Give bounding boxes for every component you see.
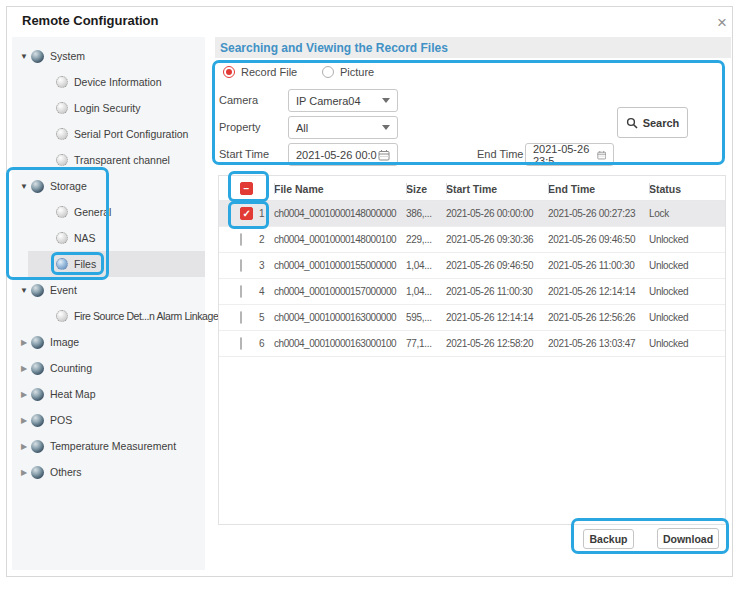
start-time-input[interactable]: 2021-05-26 00:0	[288, 143, 398, 166]
sidebar-item-label: POS	[50, 414, 72, 426]
end-time-value: 2021-05-26 23:5	[533, 143, 597, 167]
camera-value: IP Camera04	[296, 95, 361, 107]
property-select[interactable]: All	[288, 116, 398, 139]
sidebar-item-label: Heat Map	[50, 388, 96, 400]
table-row[interactable]: 3 ch0004_00010000155000000 1,04... 2021-…	[219, 253, 725, 279]
table-row[interactable]: 2 ch0004_00010000148000100 229,... 2021-…	[219, 227, 725, 253]
gear-icon	[56, 76, 68, 88]
row-checkbox[interactable]	[240, 259, 242, 272]
sidebar-item-nas[interactable]: NAS	[12, 225, 205, 251]
file-name-cell: ch0004_00010000163000100	[274, 338, 406, 349]
download-button[interactable]: Download	[657, 528, 719, 549]
sidebar-item-label: System	[50, 50, 85, 62]
chevron-down-icon[interactable]	[382, 98, 390, 103]
column-status[interactable]: Status	[649, 176, 725, 201]
chevron-right-icon[interactable]: ▶	[17, 416, 31, 425]
column-end-time[interactable]: End Time	[548, 176, 649, 201]
chevron-down-icon[interactable]	[382, 125, 390, 130]
camera-select[interactable]: IP Camera04	[288, 89, 398, 112]
picture-radio[interactable]: Picture	[322, 66, 374, 78]
backup-button[interactable]: Backup	[583, 529, 634, 549]
sidebar-item-fire-source-detection-alarm-linkage[interactable]: Fire Source Det...n Alarm Linkage	[12, 303, 205, 329]
sidebar-item-pos[interactable]: ▶ POS	[12, 407, 205, 433]
chevron-down-icon[interactable]: ▼	[17, 286, 31, 295]
gear-icon	[56, 232, 68, 244]
start-time-cell: 2021-05-26 12:14:14	[446, 312, 548, 323]
start-time-value: 2021-05-26 00:0	[296, 149, 377, 161]
category-globe-icon	[31, 388, 44, 401]
row-checkbox[interactable]	[240, 311, 242, 324]
chevron-down-icon[interactable]: ▼	[17, 182, 31, 191]
search-button-label: Search	[643, 117, 680, 129]
close-icon[interactable]: ×	[710, 11, 734, 35]
sidebar-item-storage[interactable]: ▼ Storage	[12, 173, 205, 199]
column-size[interactable]: Size	[406, 176, 446, 201]
sidebar-item-heat-map[interactable]: ▶ Heat Map	[12, 381, 205, 407]
download-button-label: Download	[663, 533, 713, 545]
sidebar-item-image[interactable]: ▶ Image	[12, 329, 205, 355]
sidebar-item-serial-port-configuration[interactable]: Serial Port Configuration	[12, 121, 205, 147]
category-globe-icon	[31, 440, 44, 453]
search-button[interactable]: Search	[617, 107, 688, 138]
status-cell: Unlocked	[649, 286, 725, 297]
record-files-table: − File Name Size Start Time End Time Sta…	[218, 175, 726, 525]
gear-icon	[56, 258, 68, 270]
sidebar-item-label: Storage	[50, 180, 87, 192]
status-cell: Unlocked	[649, 234, 725, 245]
file-name-cell: ch0004_00010000155000000	[274, 260, 406, 271]
section-header: Searching and Viewing the Record Files	[215, 37, 731, 58]
row-checkbox[interactable]	[240, 233, 242, 246]
sidebar-item-temperature-measurement[interactable]: ▶ Temperature Measurement	[12, 433, 205, 459]
sidebar-item-label: Others	[50, 466, 82, 478]
sidebar-item-others[interactable]: ▶ Others	[12, 459, 205, 485]
end-time-input[interactable]: 2021-05-26 23:5	[525, 143, 614, 166]
calendar-icon[interactable]	[597, 149, 606, 161]
table-row[interactable]: 5 ch0004_00010000163000000 595,... 2021-…	[219, 305, 725, 331]
radio-unselected-icon[interactable]	[322, 66, 334, 78]
category-globe-icon	[31, 180, 44, 193]
sidebar-item-files[interactable]: Files	[28, 251, 205, 277]
size-cell: 595,...	[406, 312, 446, 323]
section-title: Searching and Viewing the Record Files	[220, 41, 448, 55]
sidebar-item-label: Login Security	[74, 102, 141, 114]
row-checkbox[interactable]	[240, 285, 242, 298]
start-time-cell: 2021-05-26 00:00:00	[446, 208, 548, 219]
status-cell: Unlocked	[649, 260, 725, 271]
chevron-right-icon[interactable]: ▶	[17, 442, 31, 451]
end-time-cell: 2021-05-26 09:46:50	[548, 234, 649, 245]
sidebar-item-general[interactable]: General	[12, 199, 205, 225]
row-index: 6	[259, 338, 274, 349]
column-start-time[interactable]: Start Time	[446, 176, 548, 201]
sidebar-item-label: General	[74, 206, 111, 218]
table-row[interactable]: 4 ch0004_00010000157000000 1,04... 2021-…	[219, 279, 725, 305]
row-checkbox[interactable]	[240, 337, 242, 350]
chevron-down-icon[interactable]: ▼	[17, 52, 31, 61]
radio-selected-icon[interactable]	[223, 66, 235, 78]
record-file-radio[interactable]: Record File	[223, 66, 297, 78]
sidebar-item-event[interactable]: ▼ Event	[12, 277, 205, 303]
sidebar-item-label: Fire Source Det...n Alarm Linkage	[74, 310, 218, 322]
sidebar-item-login-security[interactable]: Login Security	[12, 95, 205, 121]
chevron-right-icon[interactable]: ▶	[17, 390, 31, 399]
sidebar-item-device-information[interactable]: Device Information	[12, 69, 205, 95]
sidebar-item-label: Device Information	[74, 76, 162, 88]
sidebar-item-counting[interactable]: ▶ Counting	[12, 355, 205, 381]
table-row[interactable]: 6 ch0004_00010000163000100 77,1... 2021-…	[219, 331, 725, 357]
table-row[interactable]: ✓ 1 ch0004_00010000148000000 386,... 202…	[219, 201, 725, 227]
chevron-right-icon[interactable]: ▶	[17, 468, 31, 477]
sidebar-item-label: Event	[50, 284, 77, 296]
column-file-name[interactable]: File Name	[274, 176, 406, 201]
category-globe-icon	[31, 50, 44, 63]
sidebar-item-transparent-channel[interactable]: Transparent channel	[12, 147, 205, 173]
calendar-icon[interactable]	[378, 149, 390, 161]
sidebar-item-label: Counting	[50, 362, 92, 374]
chevron-right-icon[interactable]: ▶	[17, 364, 31, 373]
start-time-label: Start Time	[219, 148, 269, 160]
sidebar-item-system[interactable]: ▼ System	[12, 43, 205, 69]
chevron-right-icon[interactable]: ▶	[17, 338, 31, 347]
sidebar-tree: ▼ System Device Information Login Securi…	[12, 37, 205, 570]
row-checkbox-checked[interactable]: ✓	[240, 207, 253, 220]
start-time-cell: 2021-05-26 09:46:50	[446, 260, 548, 271]
select-all-checkbox[interactable]: −	[240, 182, 253, 195]
file-name-cell: ch0004_00010000148000100	[274, 234, 406, 245]
